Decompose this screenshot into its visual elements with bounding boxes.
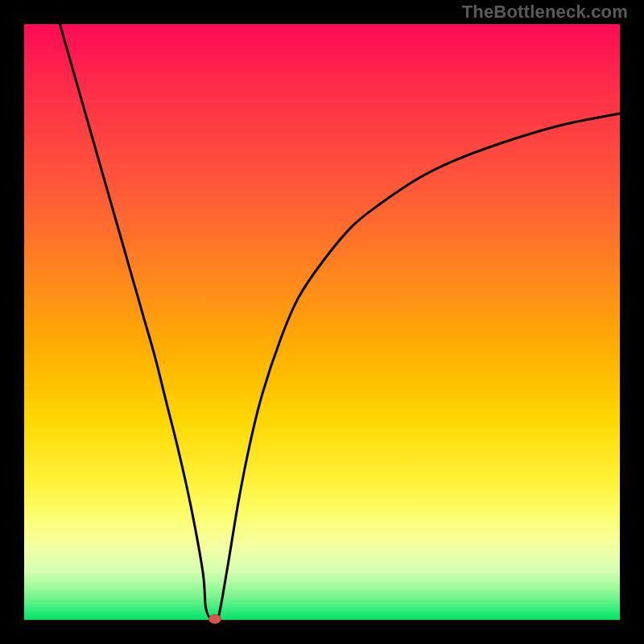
- watermark-text: TheBottleneck.com: [462, 2, 628, 23]
- curve-path: [60, 24, 620, 624]
- bottleneck-curve: [24, 24, 620, 620]
- chart-frame: TheBottleneck.com: [0, 0, 644, 644]
- optimum-marker: [208, 614, 221, 624]
- plot-area: [24, 24, 620, 620]
